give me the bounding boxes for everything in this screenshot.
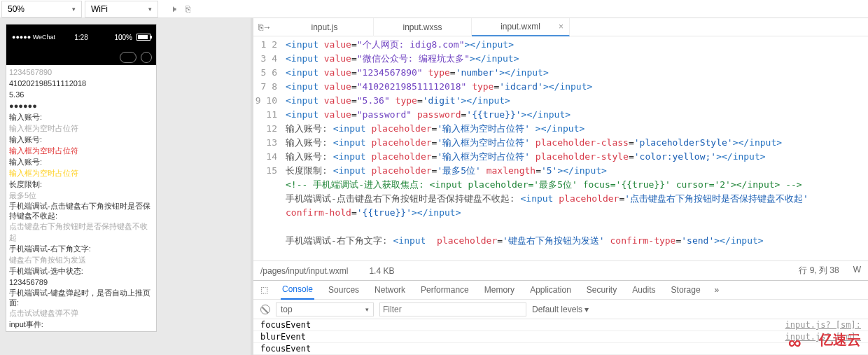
- list-item: 点击试试键盘弹不弹: [9, 307, 153, 319]
- list-item: 输入框为空时占位符: [9, 123, 153, 134]
- status-carrier: ●●●●● WeChat: [12, 34, 55, 41]
- file-lang: W: [853, 265, 861, 277]
- list-item: 手机端调试-选中状态:: [9, 265, 153, 277]
- cloud-icon: [788, 332, 816, 349]
- console-output: focusEvent input.js? [sm]: blurEvent inp…: [253, 319, 868, 355]
- tab-memory[interactable]: Memory: [483, 285, 516, 295]
- menu-dots-icon[interactable]: •••: [120, 52, 136, 63]
- log-msg: blurEvent: [260, 332, 306, 342]
- list-item: 1234567890: [9, 67, 153, 78]
- tab-console[interactable]: Console: [281, 280, 314, 300]
- tab-sources[interactable]: Sources: [327, 285, 360, 295]
- list-item: 键盘右下角按钮为发送: [9, 254, 153, 265]
- tab-label: input.js: [311, 22, 337, 32]
- devtools-tabs: ⬚ Console Sources Network Performance Me…: [253, 280, 868, 300]
- list-item: 最多5位: [9, 190, 153, 201]
- filter-input[interactable]: [379, 302, 526, 316]
- list-item: 123456789: [9, 277, 153, 288]
- rotate-icon[interactable]: ⎘: [186, 4, 190, 14]
- more-icon[interactable]: »: [715, 285, 720, 295]
- target-icon[interactable]: [141, 52, 152, 63]
- editor-status-bar: /pages/input/input.wxml 1.4 KB 行 9, 列 38…: [253, 260, 868, 280]
- battery-icon: [136, 34, 150, 41]
- mute-icon[interactable]: 🕨: [170, 4, 178, 14]
- tab-security[interactable]: Security: [585, 285, 618, 295]
- status-time: 1:28: [74, 34, 88, 41]
- tab-label: input.wxml: [500, 22, 540, 32]
- console-line[interactable]: focusEvent input.js? [sm]:: [253, 319, 868, 331]
- console-line[interactable]: focusEvent: [253, 343, 868, 355]
- tab-storage[interactable]: Storage: [670, 285, 702, 295]
- list-item: 输入账号:: [9, 156, 153, 167]
- console-line[interactable]: blurEvent input.js? [sm]:: [253, 331, 868, 343]
- log-src[interactable]: input.js? [sm]:: [785, 320, 861, 330]
- log-msg: focusEvent: [260, 344, 311, 354]
- tab-label: input.wxss: [402, 22, 442, 32]
- console-filter-row: top▾ Default levels ▾: [253, 300, 868, 319]
- toggle-sidebar-icon[interactable]: ⎘→: [253, 22, 276, 32]
- line-gutter: 1 2 3 4 5 6 7 8 9 10 11 12 13 14 15: [253, 36, 286, 260]
- tab-input-wxml[interactable]: input.wxml ×: [472, 18, 570, 36]
- list-item: 输入账号:: [9, 134, 153, 145]
- network-select[interactable]: WiFi ▾: [85, 1, 158, 18]
- list-item: 长度限制:: [9, 179, 153, 190]
- list-item: 手机端调试-点击键盘右下角按钮时是否保持键盘不收起:: [9, 201, 153, 221]
- list-item: 输入框为空时占位符: [9, 145, 153, 156]
- clear-console-icon[interactable]: [260, 305, 270, 314]
- phone-content: 1234567890 410202198511112018 5.36 ●●●●●…: [6, 65, 156, 331]
- file-path: /pages/input/input.wxml: [260, 266, 348, 276]
- phone-preview: ●●●●● WeChat 1:28 100% ••• 1234567890 41…: [6, 24, 157, 332]
- phone-status-bar: ●●●●● WeChat 1:28 100%: [6, 25, 156, 50]
- inspect-icon[interactable]: ⬚: [260, 285, 268, 295]
- list-item: 手机端调试-键盘弹起时，是否自动上推页面:: [9, 288, 153, 307]
- list-item: 输入框为空时占位符: [9, 167, 153, 179]
- tab-input-js[interactable]: input.js: [276, 18, 374, 36]
- list-item: 410202198511112018: [9, 78, 153, 89]
- code-editor[interactable]: 1 2 3 4 5 6 7 8 9 10 11 12 13 14 15 <inp…: [253, 36, 868, 260]
- zoom-value: 50%: [8, 4, 24, 14]
- log-msg: focusEvent: [260, 320, 311, 330]
- network-value: WiFi: [91, 4, 108, 14]
- list-item: 5.36: [9, 89, 153, 100]
- tab-application[interactable]: Application: [528, 285, 573, 295]
- list-item: 手机端调试-右下角文字:: [9, 243, 153, 254]
- file-size: 1.4 KB: [369, 266, 394, 276]
- zoom-select[interactable]: 50% ▾: [1, 1, 82, 18]
- code-area[interactable]: <input value="个人网页: idig8.com"></input> …: [286, 36, 868, 260]
- tab-audits[interactable]: Audits: [631, 285, 657, 295]
- levels-select[interactable]: Default levels ▾: [532, 305, 589, 314]
- close-icon[interactable]: ×: [559, 22, 564, 32]
- tab-network[interactable]: Network: [373, 285, 407, 295]
- cursor-position: 行 9, 列 38: [799, 265, 839, 277]
- list-item: input事件:: [9, 319, 153, 330]
- watermark: 亿速云: [788, 330, 861, 349]
- list-item: ●●●●●●: [9, 100, 153, 111]
- tab-performance[interactable]: Performance: [419, 285, 470, 295]
- chevron-down-icon: ▾: [72, 6, 76, 13]
- context-select[interactable]: top▾: [276, 302, 374, 316]
- chevron-down-icon: ▾: [148, 6, 152, 13]
- editor-tabs: input.js input.wxss input.wxml ×: [276, 18, 570, 36]
- list-item: 输入账号:: [9, 111, 153, 123]
- status-battery-pct: 100%: [114, 34, 132, 41]
- tab-input-wxss[interactable]: input.wxss: [374, 18, 472, 36]
- list-item: 点击键盘右下角按钮时是否保持键盘不收起: [9, 221, 153, 243]
- simulator-panel: ●●●●● WeChat 1:28 100% ••• 1234567890 41…: [0, 18, 251, 355]
